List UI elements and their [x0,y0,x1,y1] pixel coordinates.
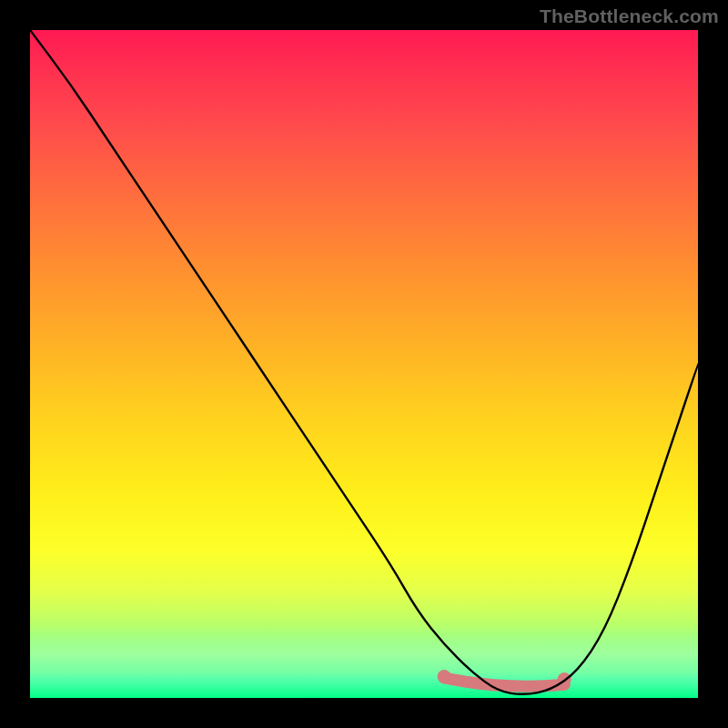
chart-frame: TheBottleneck.com [0,0,728,728]
optimal-range-band [438,670,571,686]
svg-point-0 [438,670,451,683]
bottleneck-curve [30,30,698,694]
plot-area [30,30,698,698]
watermark-text: TheBottleneck.com [540,5,719,27]
chart-svg [30,30,698,698]
